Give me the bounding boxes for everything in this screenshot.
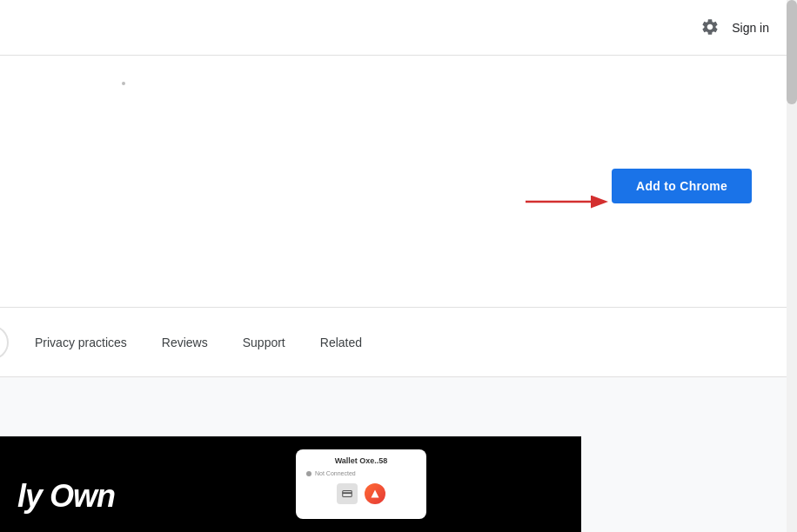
preview-thumbnail: ly Own Wallet Oxe..58 Not Connected xyxy=(0,436,581,532)
top-section: Add to Chrome xyxy=(0,56,787,308)
small-dot xyxy=(122,82,125,85)
wallet-not-connected: Not Connected xyxy=(303,469,419,478)
svg-marker-4 xyxy=(372,490,379,498)
wallet-storage-icon xyxy=(337,483,358,504)
preview-text: ly Own xyxy=(17,478,115,515)
scrollbar-track[interactable] xyxy=(787,0,797,532)
tab-support[interactable]: Support xyxy=(243,329,285,356)
scrollbar-thumb[interactable] xyxy=(787,0,797,104)
nav-tabs-section: Privacy practices Reviews Support Relate… xyxy=(0,308,787,377)
arrow-icon xyxy=(526,184,613,219)
wallet-popup: Wallet Oxe..58 Not Connected xyxy=(296,449,426,519)
add-to-chrome-button[interactable]: Add to Chrome xyxy=(612,169,752,203)
add-to-chrome-wrapper: Add to Chrome xyxy=(612,169,752,203)
tab-reviews[interactable]: Reviews xyxy=(162,329,208,356)
gear-icon[interactable] xyxy=(700,17,721,38)
bottom-section: ly Own Wallet Oxe..58 Not Connected xyxy=(0,377,787,532)
arrow-container xyxy=(526,184,613,219)
sign-in-button[interactable]: Sign in xyxy=(732,21,769,35)
svg-rect-3 xyxy=(343,492,352,494)
partial-circle xyxy=(0,325,9,360)
header-actions: Sign in xyxy=(700,17,769,38)
main-area: Add to Chrome Privacy practices Reviews … xyxy=(0,56,787,532)
wallet-icon-area xyxy=(303,483,419,504)
tab-privacy-practices[interactable]: Privacy practices xyxy=(35,329,127,356)
header: Sign in xyxy=(0,0,797,56)
wallet-brand-icon xyxy=(365,483,385,504)
wallet-title: Wallet Oxe..58 xyxy=(303,456,419,465)
wallet-status-dot xyxy=(306,471,311,476)
tab-related[interactable]: Related xyxy=(320,329,362,356)
